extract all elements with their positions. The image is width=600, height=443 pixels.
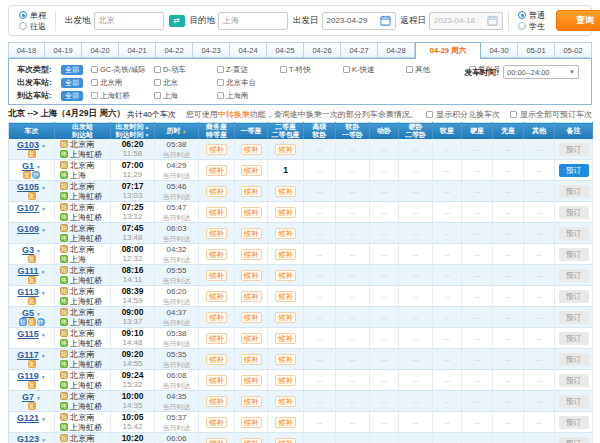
waitlist-link[interactable]: 候补 <box>206 333 227 344</box>
filter-option[interactable]: Z-直达 <box>217 65 280 75</box>
date-tab[interactable]: 04-27 <box>341 42 378 58</box>
train-number-link[interactable]: G103 <box>17 140 39 150</box>
train-number-link[interactable]: G115 <box>17 329 39 339</box>
book-button[interactable]: 预订 <box>559 395 589 408</box>
date-tab[interactable]: 04-20 <box>82 42 119 58</box>
book-button[interactable]: 预订 <box>559 437 589 443</box>
book-button[interactable]: 预订 <box>559 227 589 240</box>
waitlist-link[interactable]: 候补 <box>206 354 227 365</box>
waitlist-link[interactable]: 候补 <box>206 228 227 239</box>
book-button[interactable]: 预订 <box>559 332 589 345</box>
expand-caret-icon[interactable]: ▼ <box>41 143 46 149</box>
filter-option[interactable]: GC-高铁/城际 <box>91 65 154 75</box>
date-tab[interactable]: 04-23 <box>193 42 230 58</box>
waitlist-link[interactable]: 候补 <box>275 228 296 239</box>
filter-option[interactable]: 北京 <box>154 78 217 88</box>
waitlist-link[interactable]: 候补 <box>206 270 227 281</box>
waitlist-link[interactable]: 候补 <box>275 270 296 281</box>
book-button[interactable]: 预订 <box>559 416 589 429</box>
expand-caret-icon[interactable]: ▼ <box>41 290 46 296</box>
train-number-link[interactable]: G117 <box>17 350 39 360</box>
filter-option[interactable]: 其他 <box>406 65 469 75</box>
date-tab[interactable]: 05-02 <box>555 42 592 58</box>
column-header[interactable]: 其他 <box>524 123 555 140</box>
expand-caret-icon[interactable]: ▼ <box>41 206 46 212</box>
waitlist-link[interactable]: 候补 <box>275 186 296 197</box>
date-tab[interactable]: 05-01 <box>518 42 555 58</box>
waitlist-link[interactable]: 候补 <box>241 291 262 302</box>
waitlist-link[interactable]: 候补 <box>241 270 262 281</box>
transfer-link[interactable]: 中转换乘 <box>218 110 250 119</box>
expand-caret-icon[interactable]: ▼ <box>41 353 46 359</box>
sort-asc-icon[interactable]: ▲ <box>145 124 150 130</box>
date-tab[interactable]: 04-25 <box>267 42 304 58</box>
train-number-link[interactable]: G111 <box>18 266 39 276</box>
waitlist-link[interactable]: 候补 <box>241 417 262 428</box>
date-tab[interactable]: 04-30 <box>481 42 518 58</box>
passenger-type-radio[interactable]: 学生 <box>518 22 545 31</box>
trip-type-radio[interactable]: 单程 <box>19 11 46 20</box>
book-button[interactable]: 预订 <box>559 143 589 156</box>
waitlist-link[interactable]: 候补 <box>275 207 296 218</box>
return-date-input[interactable]: 2023-04-18 <box>429 12 503 30</box>
waitlist-link[interactable]: 候补 <box>275 312 296 323</box>
waitlist-link[interactable]: 候补 <box>241 333 262 344</box>
column-header[interactable]: 商务座特等座 <box>199 123 235 140</box>
train-number-link[interactable]: G121 <box>17 413 39 423</box>
date-tab[interactable]: 04-26 <box>304 42 341 58</box>
book-button[interactable]: 预订 <box>559 353 589 366</box>
search-button[interactable]: 查询 <box>556 10 600 31</box>
filter-all-badge[interactable]: 全部 <box>61 65 83 75</box>
train-number-link[interactable]: G7 <box>22 392 34 402</box>
waitlist-link[interactable]: 候补 <box>206 417 227 428</box>
train-number-link[interactable]: G1 <box>22 161 34 171</box>
train-number-link[interactable]: G123 <box>17 434 39 443</box>
book-button[interactable]: 预订 <box>559 185 589 198</box>
book-button[interactable]: 预订 <box>559 269 589 282</box>
date-tab[interactable]: 04-22 <box>156 42 193 58</box>
expand-caret-icon[interactable]: ▼ <box>36 311 41 317</box>
filter-option[interactable]: 上海 <box>154 91 217 101</box>
train-number-link[interactable]: G113 <box>17 287 39 297</box>
waitlist-link[interactable]: 候补 <box>275 396 296 407</box>
expand-caret-icon[interactable]: ▼ <box>41 269 46 275</box>
expand-caret-icon[interactable]: ▼ <box>41 185 46 191</box>
book-button[interactable]: 预订 <box>559 290 589 303</box>
column-header[interactable]: 高级软卧 <box>304 123 336 140</box>
waitlist-link[interactable]: 候补 <box>206 249 227 260</box>
column-header[interactable]: 无座 <box>493 123 524 140</box>
swap-stations-icon[interactable]: ⇄ <box>169 15 185 27</box>
column-header[interactable]: 软卧一等卧 <box>336 123 370 140</box>
column-header[interactable]: 历时▲ <box>155 123 199 140</box>
filter-option[interactable]: T-特快 <box>280 65 343 75</box>
waitlist-link[interactable]: 候补 <box>206 186 227 197</box>
column-header[interactable]: 车次 <box>9 123 55 140</box>
filter-option[interactable]: 上海南 <box>217 91 280 101</box>
column-header[interactable]: 动卧 <box>370 123 399 140</box>
column-header[interactable]: 软座 <box>433 123 462 140</box>
passenger-type-radio[interactable]: 普通 <box>518 11 545 20</box>
column-header[interactable]: 二等座二等包座 <box>268 123 304 140</box>
train-number-link[interactable]: G109 <box>17 224 39 234</box>
waitlist-link[interactable]: 候补 <box>275 333 296 344</box>
waitlist-link[interactable]: 候补 <box>241 249 262 260</box>
date-tab[interactable]: 04-18 <box>8 42 45 58</box>
date-tab[interactable]: 04-28 <box>378 42 415 58</box>
waitlist-link[interactable]: 候补 <box>241 375 262 386</box>
date-tab[interactable]: 04-19 <box>45 42 82 58</box>
toggle-points-exchange[interactable]: 显示积分兑换车次 <box>426 109 500 120</box>
train-number-link[interactable]: G107 <box>17 203 39 213</box>
waitlist-link[interactable]: 候补 <box>275 375 296 386</box>
waitlist-link[interactable]: 候补 <box>241 144 262 155</box>
date-tab[interactable]: 04-21 <box>119 42 156 58</box>
filter-option[interactable]: 北京南 <box>91 78 154 88</box>
waitlist-link[interactable]: 候补 <box>206 375 227 386</box>
train-number-link[interactable]: G119 <box>17 371 39 381</box>
filter-option[interactable]: D-动车 <box>154 65 217 75</box>
waitlist-link[interactable]: 候补 <box>241 354 262 365</box>
waitlist-link[interactable]: 候补 <box>275 417 296 428</box>
date-tab[interactable]: 04-24 <box>230 42 267 58</box>
book-button[interactable]: 预订 <box>559 206 589 219</box>
waitlist-link[interactable]: 候补 <box>275 291 296 302</box>
waitlist-link[interactable]: 候补 <box>206 207 227 218</box>
